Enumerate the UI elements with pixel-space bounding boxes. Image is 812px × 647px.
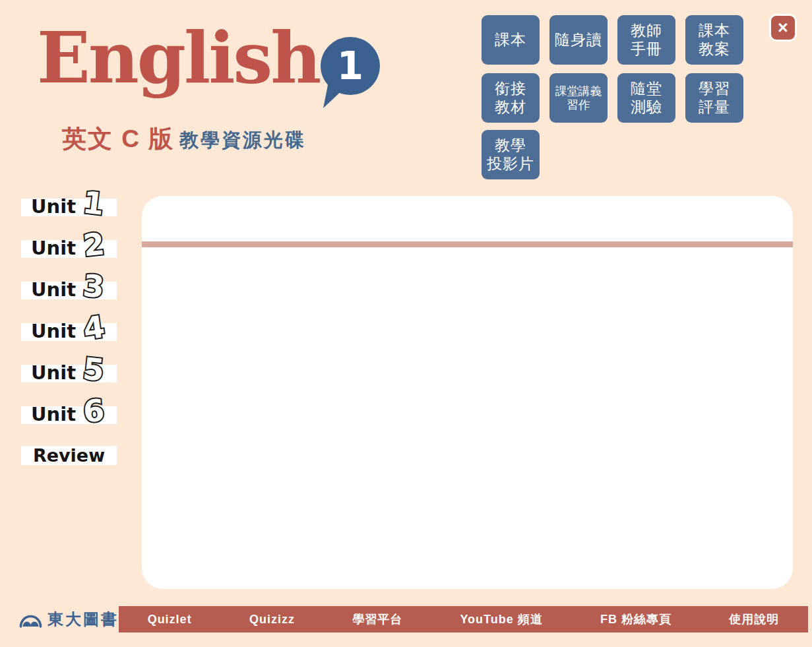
footer-link-user-guide[interactable]: 使用說明 [729,611,779,627]
review-label: Review [33,445,105,466]
sidebar-item-unit-1[interactable]: Unit 1 [21,199,117,216]
unit-label: Unit [31,405,76,424]
footer-link-fb-fanpage[interactable]: FB 粉絲專頁 [600,611,671,627]
unit-number-graphic: 4 [75,307,115,346]
panel-divider [142,241,793,247]
arch-bridge-icon [18,609,43,630]
unit-number-graphic: 6 [75,390,115,429]
sidebar-item-unit-3[interactable]: Unit 3 [21,282,117,299]
footer-link-quizizz[interactable]: Quizizz [249,613,295,627]
disc-subtitle: 教學資源光碟 [179,127,306,154]
sidebar-item-unit-5[interactable]: Unit 5 [21,365,117,383]
unit-number: 3 [82,268,106,305]
toolbar-button-teaching-slides[interactable]: 教學 投影片 [482,130,540,179]
unit-label: Unit [31,280,76,299]
unit-number: 6 [82,392,106,429]
footer-link-youtube-channel[interactable]: YouTube 頻道 [460,611,542,627]
unit-number: 1 [81,184,106,222]
app-logo-english: English [37,20,319,97]
unit-number-graphic: 5 [75,348,115,388]
toolbar-button-pocket-reader[interactable]: 隨身讀 [549,15,608,65]
unit-number: 2 [81,226,106,263]
close-button[interactable]: × [769,14,797,42]
unit-number-graphic: 1 [75,182,115,222]
unit-number: 5 [81,350,106,388]
sidebar-item-unit-6[interactable]: Unit 6 [21,406,117,424]
unit-label: Unit [31,239,76,258]
footer-bar: Quizlet Quizizz 學習平台 YouTube 頻道 FB 粉絲專頁 … [119,606,808,632]
volume-number-badge: 1 [321,37,380,95]
unit-number-graphic: 2 [75,224,115,263]
sidebar-item-unit-2[interactable]: Unit 2 [21,240,117,258]
sidebar-item-unit-4[interactable]: Unit 4 [21,323,117,341]
edition-subtitle: 英文 C 版 [62,123,174,156]
unit-number-graphic: 3 [75,265,115,305]
sidebar-item-review[interactable]: Review [21,446,117,465]
footer-link-learning-platform[interactable]: 學習平台 [352,611,402,627]
content-panel [142,196,793,589]
toolbar-button-textbook[interactable]: 課本 [482,15,540,65]
toolbar-button-assessment[interactable]: 學習 評量 [685,73,743,123]
unit-label: Unit [31,322,76,341]
toolbar-button-teacher-manual[interactable]: 教師 手冊 [617,15,675,65]
close-icon: × [778,19,788,37]
unit-label: Unit [31,363,76,383]
footer-link-quizlet[interactable]: Quizlet [148,613,192,627]
toolbar-button-lesson-plan[interactable]: 課本 教案 [685,15,743,65]
toolbar-button-quiz[interactable]: 隨堂 測驗 [617,73,675,123]
toolbar-button-handout-workbook[interactable]: 課堂講義 習作 [549,73,608,123]
toolbar-button-bridge-material[interactable]: 銜接 教材 [482,73,540,123]
app-window: English 1 英文 C 版 教學資源光碟 課本 隨身讀 教師 手冊 課本 … [0,0,812,647]
unit-label: Unit [31,197,76,216]
unit-number: 4 [81,309,107,346]
